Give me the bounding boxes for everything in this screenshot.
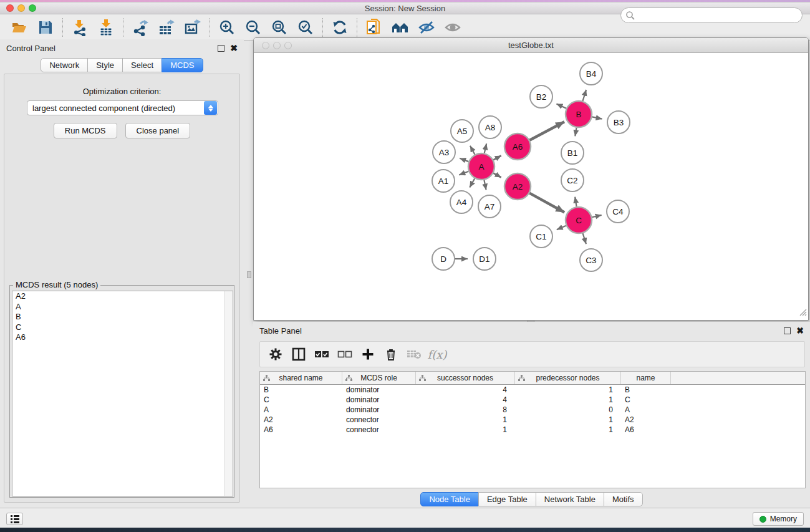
- graph-edge-C-C4[interactable]: [592, 215, 601, 217]
- export-image-icon[interactable]: [180, 17, 206, 38]
- graph-edge-B-B4[interactable]: [582, 90, 586, 101]
- table-settings-icon[interactable]: [266, 345, 285, 364]
- graph-edge-B-B1[interactable]: [575, 128, 576, 137]
- graph-edge-C-C3[interactable]: [583, 233, 586, 244]
- mcds-result-group: MCDS result (5 nodes) A2ABCA6: [9, 285, 234, 498]
- graph-edge-A6-B[interactable]: [529, 122, 564, 140]
- close-window-button[interactable]: [6, 4, 14, 12]
- control-tabs: NetworkStyleSelectMCDS: [0, 58, 244, 72]
- open-session-icon[interactable]: [6, 17, 32, 38]
- graph-edge-B-B2[interactable]: [556, 104, 566, 108]
- close-table-panel-icon[interactable]: ✖: [796, 327, 804, 334]
- delete-table-icon[interactable]: [405, 345, 423, 364]
- network-canvas[interactable]: A5A8A3AA1A4A7A6A2B2B4BB3B1C2CC4C1C3DD1: [254, 53, 808, 320]
- float-panel-icon[interactable]: [218, 45, 224, 52]
- table-row[interactable]: Adominator80A: [260, 405, 805, 415]
- window-resize-grip[interactable]: [798, 307, 807, 319]
- close-panel-icon[interactable]: ✖: [230, 45, 238, 52]
- table-cell: B: [621, 385, 671, 395]
- export-network-icon[interactable]: [127, 17, 153, 38]
- column-header-MCDS-role[interactable]: MCDS role: [342, 372, 416, 384]
- tab-edge-table[interactable]: Edge Table: [478, 492, 536, 506]
- apply-layout-icon[interactable]: [327, 17, 353, 38]
- tab-motifs[interactable]: Motifs: [604, 492, 643, 506]
- table-header-row: shared nameMCDS rolesuccessor nodesprede…: [260, 372, 805, 385]
- graph-edge-A-A8[interactable]: [485, 143, 486, 153]
- mcds-result-list[interactable]: A2ABCA6: [12, 291, 233, 496]
- tab-select[interactable]: Select: [122, 58, 162, 72]
- node-table[interactable]: shared nameMCDS rolesuccessor nodesprede…: [259, 371, 806, 488]
- column-header-predecessor-nodes[interactable]: predecessor nodes: [515, 372, 621, 384]
- graph-node-label-A1: A1: [438, 177, 449, 186]
- import-network-icon[interactable]: [67, 17, 93, 38]
- select-all-columns-icon[interactable]: [312, 345, 331, 364]
- column-header-name[interactable]: name: [621, 372, 671, 384]
- tab-network[interactable]: Network: [41, 58, 88, 72]
- function-builder-icon[interactable]: f(x): [428, 345, 446, 364]
- graph-edge-A-A6[interactable]: [493, 155, 501, 160]
- tab-mcds[interactable]: MCDS: [162, 58, 203, 72]
- mcds-result-item[interactable]: B: [12, 312, 233, 322]
- close-network-button[interactable]: [262, 42, 269, 49]
- tab-network-table[interactable]: Network Table: [536, 492, 604, 506]
- zoom-window-button[interactable]: [29, 4, 36, 12]
- minimize-window-button[interactable]: [17, 4, 25, 12]
- graph-edge-A-A3[interactable]: [460, 158, 468, 162]
- mcds-result-item[interactable]: A: [12, 302, 233, 312]
- tab-node-table[interactable]: Node Table: [420, 492, 479, 506]
- column-header-successor-nodes[interactable]: successor nodes: [416, 372, 515, 384]
- tab-style[interactable]: Style: [87, 58, 123, 72]
- close-panel-button[interactable]: Close panel: [125, 123, 191, 138]
- mcds-result-item[interactable]: C: [12, 322, 233, 333]
- save-session-icon[interactable]: [32, 17, 59, 38]
- table-row[interactable]: A6connector11A6: [260, 425, 805, 435]
- create-column-icon[interactable]: [359, 345, 377, 364]
- table-row[interactable]: Cdominator41C: [260, 395, 805, 405]
- graph-edge-C-C1[interactable]: [557, 226, 566, 230]
- table-row[interactable]: A2connector11A2: [260, 415, 805, 425]
- graph-node-label-A6: A6: [513, 142, 523, 152]
- graph-edge-A-A1[interactable]: [459, 172, 468, 175]
- zoom-fit-icon[interactable]: [266, 17, 292, 38]
- float-table-panel-icon[interactable]: [784, 327, 791, 334]
- delete-column-icon[interactable]: [382, 345, 400, 364]
- deselect-all-columns-icon[interactable]: [335, 345, 354, 364]
- table-cell: A: [260, 405, 342, 415]
- toolbar-separator: [210, 18, 210, 37]
- graph-edge-A-A7[interactable]: [484, 180, 486, 190]
- minimize-network-button[interactable]: [273, 42, 281, 49]
- zoom-selected-icon[interactable]: [292, 17, 319, 38]
- vertical-splitter-handle[interactable]: [247, 271, 251, 278]
- search-input[interactable]: [620, 7, 803, 23]
- run-mcds-button[interactable]: Run MCDS: [54, 123, 117, 138]
- zoom-in-icon[interactable]: [214, 17, 240, 38]
- table-row[interactable]: Bdominator41B: [260, 385, 805, 395]
- table-cell: dominator: [342, 395, 416, 405]
- list-scrollbar[interactable]: [224, 291, 233, 496]
- zoom-out-icon[interactable]: [240, 17, 266, 38]
- network-window-titlebar[interactable]: testGlobe.txt: [254, 38, 808, 53]
- graph-edge-A2-C[interactable]: [529, 193, 564, 213]
- graph-edge-A-A2[interactable]: [493, 173, 501, 178]
- task-history-button[interactable]: [6, 513, 23, 525]
- graph-edge-A-A4[interactable]: [470, 178, 475, 187]
- table-cell: 1: [416, 425, 515, 435]
- export-table-icon[interactable]: [153, 17, 180, 38]
- mcds-result-item[interactable]: A2: [12, 291, 233, 302]
- hide-selected-icon[interactable]: [413, 17, 440, 38]
- table-cell: dominator: [342, 385, 416, 395]
- column-header-shared-name[interactable]: shared name: [260, 372, 342, 384]
- graph-edge-C-C2[interactable]: [575, 197, 576, 207]
- mcds-result-item[interactable]: A6: [12, 332, 233, 343]
- graph-node-label-C2: C2: [567, 176, 577, 185]
- show-all-icon[interactable]: [440, 17, 466, 38]
- graph-edge-A-A5[interactable]: [470, 146, 475, 155]
- first-neighbors-icon[interactable]: [387, 17, 413, 38]
- memory-button[interactable]: Memory: [753, 512, 804, 526]
- zoom-network-button[interactable]: [284, 42, 292, 49]
- graph-edge-B-B3[interactable]: [592, 117, 602, 118]
- new-network-from-selection-icon[interactable]: [361, 17, 387, 38]
- import-table-icon[interactable]: [93, 17, 119, 38]
- column-view-icon[interactable]: [289, 345, 308, 364]
- optimization-criterion-select[interactable]: largest connected component (directed): [27, 100, 218, 115]
